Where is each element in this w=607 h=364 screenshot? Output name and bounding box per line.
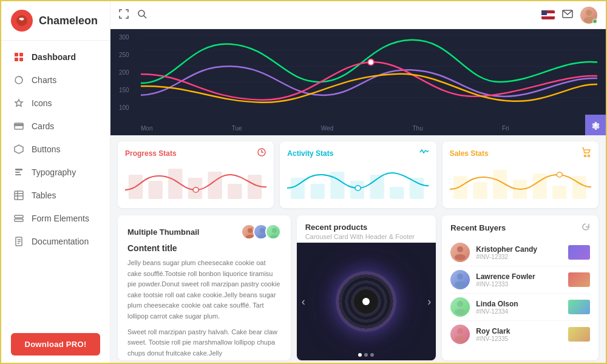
- svg-rect-37: [148, 181, 162, 199]
- content-area: 300 250 200 150 100: [110, 29, 606, 364]
- avatar-3: [265, 224, 281, 240]
- progress-stats-title: Progress Stats: [125, 149, 177, 158]
- sidebar-item-icons[interactable]: Icons: [1, 92, 110, 115]
- content-text: Jelly beans sugar plum cheesecake cookie…: [127, 258, 281, 322]
- sidebar-item-typography[interactable]: Typography: [1, 161, 110, 184]
- svg-point-51: [355, 186, 361, 190]
- carousel-prev-button[interactable]: ‹: [302, 295, 305, 308]
- activity-stats-header: Activity Stats: [287, 147, 429, 159]
- svg-point-71: [455, 281, 466, 288]
- tables-label: Tables: [32, 190, 56, 200]
- sidebar-item-form-elements[interactable]: Form Elements: [1, 207, 110, 230]
- thumbnail-title: Multiple Thumbnail: [127, 228, 199, 237]
- buyer-name-2: Lawrence Fowler: [476, 272, 562, 281]
- dot-1[interactable]: [358, 353, 362, 357]
- topbar-left: [119, 9, 147, 21]
- svg-point-74: [457, 328, 463, 334]
- svg-marker-10: [15, 145, 23, 153]
- activity-stats-icon: [419, 147, 429, 159]
- svg-rect-2: [15, 53, 18, 56]
- svg-marker-7: [15, 99, 22, 106]
- chart-lines: [141, 29, 597, 116]
- cards-label: Cards: [32, 121, 54, 131]
- y-label-200: 200: [119, 69, 129, 76]
- sidebar-item-charts[interactable]: Charts: [1, 69, 110, 92]
- sales-stats-card: Sales Stats: [443, 141, 599, 208]
- nav-items: Dashboard Charts Icons Cards Buttons: [1, 41, 110, 323]
- products-title: Recent products: [305, 223, 428, 232]
- svg-point-1: [19, 18, 21, 20]
- topbar-right: [541, 7, 597, 24]
- settings-button[interactable]: [585, 115, 606, 135]
- sidebar: Chameleon Dashboard Charts Icons Cards: [1, 1, 110, 364]
- buyer-avatar-3: [450, 297, 470, 317]
- buyer-avatar-2: [450, 270, 470, 289]
- svg-point-65: [258, 235, 266, 240]
- svg-rect-54: [453, 176, 467, 199]
- buyer-inv-4: #INV-12335: [476, 335, 562, 342]
- y-label-300: 300: [119, 34, 129, 41]
- bottom-row: Multiple Thumbnail Content title: [110, 212, 606, 364]
- sidebar-item-cards[interactable]: Cards: [1, 115, 110, 138]
- sidebar-logo: Chameleon: [1, 1, 110, 41]
- buyer-thumb-4: [568, 327, 590, 342]
- content-title: Content title: [127, 243, 281, 253]
- buyer-info-1: Kristopher Candy #INV-12332: [476, 245, 562, 260]
- buyer-name-1: Kristopher Candy: [476, 245, 562, 254]
- mail-icon[interactable]: [562, 10, 573, 21]
- thumbnail-card: Multiple Thumbnail Content title: [118, 215, 291, 360]
- icons-label: Icons: [32, 98, 52, 108]
- dot-2[interactable]: [364, 353, 368, 357]
- stats-row: Progress Stats: [110, 135, 606, 212]
- buttons-icon: [13, 144, 24, 155]
- buyer-name-4: Roy Clark: [476, 327, 562, 335]
- sidebar-item-documentation[interactable]: Documentation: [1, 230, 110, 253]
- charts-icon: [13, 75, 24, 86]
- svg-point-64: [260, 228, 265, 233]
- buyer-avatar-4: [450, 325, 470, 344]
- carousel-next-button[interactable]: ›: [427, 295, 431, 308]
- svg-rect-12: [15, 172, 20, 173]
- sidebar-item-tables[interactable]: Tables: [1, 184, 110, 207]
- search-icon[interactable]: [137, 9, 147, 21]
- carousel-dots: [358, 353, 374, 357]
- form-elements-label: Form Elements: [32, 214, 89, 223]
- sales-stats-title: Sales Stats: [450, 149, 489, 158]
- progress-stats-icon: [257, 147, 266, 159]
- svg-rect-13: [15, 174, 21, 175]
- refresh-icon[interactable]: [582, 223, 590, 233]
- buyer-info-2: Lawrence Fowler #INV-12333: [476, 272, 562, 288]
- activity-stats-title: Activity Stats: [287, 149, 333, 158]
- svg-rect-50: [410, 178, 424, 199]
- icons-icon: [13, 98, 24, 109]
- buyer-row-3: Linda Olson #INV-12334: [450, 294, 590, 321]
- dashboard-label: Dashboard: [32, 52, 76, 62]
- svg-point-69: [455, 254, 466, 260]
- products-header: Recent products Carousel Card With Heade…: [297, 215, 436, 243]
- expand-icon[interactable]: [119, 9, 129, 21]
- svg-rect-11: [15, 169, 22, 170]
- form-elements-icon: [13, 213, 24, 224]
- svg-point-68: [457, 246, 463, 252]
- cards-icon: [13, 121, 24, 132]
- progress-stats-card: Progress Stats: [118, 141, 274, 208]
- main-chart: 300 250 200 150 100: [110, 29, 606, 135]
- typography-icon: [13, 167, 24, 178]
- sales-stats-chart: MonTueWexThuFriSatSun: [450, 163, 591, 202]
- svg-point-24: [138, 10, 144, 16]
- chart-x-axis: Mon Tue Wed Thu Fri Sat: [141, 125, 597, 132]
- svg-rect-59: [552, 186, 566, 199]
- buyer-inv-3: #INV-12334: [476, 308, 562, 315]
- buyer-avatar-1: [450, 243, 470, 262]
- sidebar-item-dashboard[interactable]: Dashboard: [1, 46, 110, 69]
- products-card: Recent products Carousel Card With Heade…: [297, 215, 436, 360]
- user-avatar[interactable]: [580, 7, 597, 24]
- svg-rect-60: [572, 176, 586, 199]
- sidebar-item-buttons[interactable]: Buttons: [1, 138, 110, 161]
- documentation-label: Documentation: [32, 237, 89, 246]
- download-pro-button[interactable]: Download PRO!: [11, 333, 100, 356]
- avatar-group: [241, 224, 281, 240]
- svg-point-61: [557, 172, 562, 177]
- vinyl-disc: [336, 271, 396, 332]
- dot-3[interactable]: [370, 353, 374, 357]
